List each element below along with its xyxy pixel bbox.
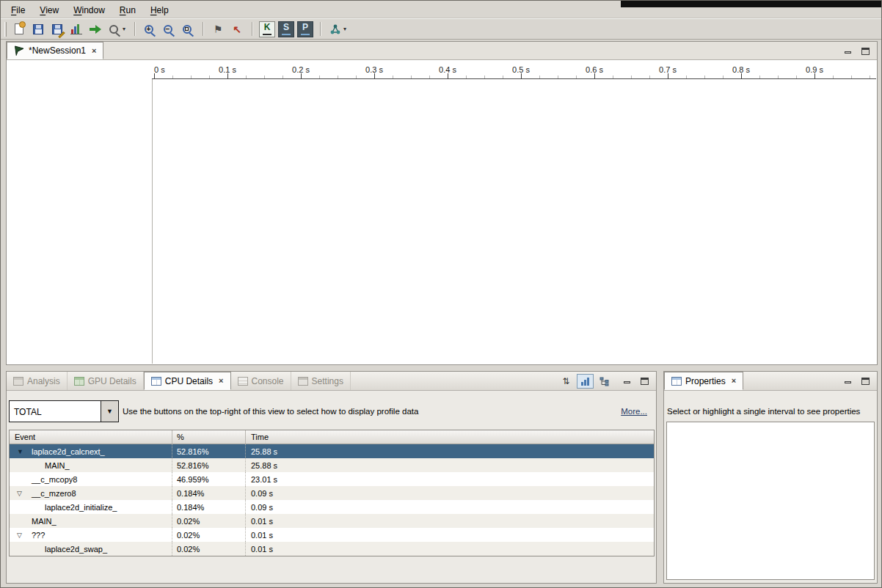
close-tab-icon[interactable]: × <box>219 377 223 385</box>
tab-session[interactable]: *NewSession1 × <box>7 42 103 59</box>
sort-order-button[interactable]: ⇅ <box>558 374 575 389</box>
table-row[interactable]: ▽???0.02%0.01 s <box>10 528 654 542</box>
menu-view[interactable]: View <box>32 4 66 17</box>
event-name: __c_mcopy8 <box>32 475 77 484</box>
maximize-details-button[interactable] <box>638 375 650 386</box>
flat-chart-icon <box>580 377 591 386</box>
event-cell: MAIN_ <box>10 458 172 472</box>
table-row[interactable]: ▽__c_mzero80.184%0.09 s <box>10 486 654 500</box>
chevron-down-icon[interactable]: ▾ <box>123 26 125 32</box>
tree-expander-icon[interactable]: ▽ <box>17 490 22 496</box>
minimize-properties-button[interactable] <box>842 375 853 386</box>
zoom-fit-button[interactable] <box>179 21 197 38</box>
percent-cell: 0.02% <box>172 542 246 556</box>
details-view: AnalysisGPU DetailsCPU Details×ConsoleSe… <box>6 371 657 584</box>
ruler-tick-mark <box>814 73 815 78</box>
minimize-details-button[interactable] <box>621 375 633 386</box>
ruler-tick-mark <box>521 73 522 78</box>
kernel-toggle-button[interactable]: K <box>259 21 275 37</box>
properties-view: Properties × Select or highlight a singl… <box>663 371 878 584</box>
tab-console[interactable]: Console <box>231 372 291 390</box>
chevron-down-icon[interactable]: ▾ <box>343 26 346 32</box>
table-header: Event%Time <box>10 430 654 444</box>
percent-cell: 0.184% <box>172 486 246 500</box>
source-toggle-button[interactable]: S <box>278 21 294 37</box>
profile-chart-button[interactable] <box>68 21 85 38</box>
tab-gpu-details[interactable]: GPU Details <box>68 372 144 390</box>
event-cell: __c_mcopy8 <box>10 472 172 486</box>
table-row[interactable]: __c_mcopy846.959%23.01 s <box>10 472 654 486</box>
time-cell: 0.01 s <box>246 542 654 556</box>
maximize-icon <box>861 48 870 55</box>
zoom-fit-icon <box>183 25 192 34</box>
close-properties-tab-icon[interactable]: × <box>732 377 736 385</box>
percent-cell: 52.816% <box>172 458 246 472</box>
zoom-in-button[interactable]: + <box>141 21 158 38</box>
menu-help[interactable]: Help <box>143 4 176 17</box>
new-session-button[interactable] <box>10 21 28 38</box>
event-name: laplace2d_initialize_ <box>45 503 117 512</box>
analysis-tab-icon <box>13 377 23 386</box>
titlebar-dark-strip <box>621 1 881 7</box>
display-mode-select[interactable]: TOTAL ▼ <box>9 400 119 422</box>
column-header-event[interactable]: Event <box>10 430 172 444</box>
tab-label: GPU Details <box>88 376 136 386</box>
bar-chart-icon <box>70 24 82 34</box>
tab-properties[interactable]: Properties × <box>664 372 743 390</box>
minimize-icon <box>845 381 851 383</box>
profile-letter-icon: P <box>301 23 310 34</box>
export-profile-button[interactable] <box>87 21 105 38</box>
dropdown-icon: ▼ <box>106 408 113 415</box>
console-tab-icon <box>238 377 248 386</box>
time-cell: 0.09 s <box>246 500 654 514</box>
more-link[interactable]: More... <box>621 407 647 416</box>
tab-settings[interactable]: Settings <box>291 372 351 390</box>
event-name: laplace2d_calcnext_ <box>32 447 105 456</box>
zoom-out-button[interactable]: − <box>160 21 178 38</box>
save-button[interactable] <box>29 21 47 38</box>
close-session-tab-icon[interactable]: × <box>92 47 96 55</box>
flat-profile-view-button[interactable] <box>577 374 594 389</box>
column-header-time[interactable]: Time <box>246 430 654 444</box>
maximize-editor-button[interactable] <box>859 45 871 56</box>
ruler-tick-mark <box>668 73 668 78</box>
session-tab-label: *NewSession1 <box>29 45 86 56</box>
magnifier-icon <box>109 25 118 34</box>
call-tree-view-button[interactable] <box>596 374 613 389</box>
combo-dropdown-button[interactable]: ▼ <box>101 401 118 422</box>
event-name: ??? <box>32 531 45 540</box>
tree-expander-icon[interactable]: ▽ <box>17 532 22 538</box>
previous-marker-button[interactable]: ↖ <box>228 21 246 38</box>
save-as-button[interactable] <box>48 21 66 38</box>
tab-analysis[interactable]: Analysis <box>7 372 68 390</box>
analysis-button[interactable]: ▾ <box>327 21 349 38</box>
table-row[interactable]: laplace2d_swap_0.02%0.01 s <box>10 542 654 556</box>
percent-cell: 0.184% <box>172 500 246 514</box>
table-row[interactable]: ▼laplace2d_calcnext_52.816%25.88 s <box>10 444 654 458</box>
maximize-properties-button[interactable] <box>859 375 871 386</box>
menu-run[interactable]: Run <box>112 4 143 17</box>
tree-expander-icon[interactable]: ▼ <box>17 448 23 455</box>
menu-file[interactable]: File <box>4 4 32 17</box>
export-arrow-icon <box>90 25 102 34</box>
events-table: Event%Time ▼laplace2d_calcnext_52.816%25… <box>9 430 655 556</box>
table-row[interactable]: MAIN_0.02%0.01 s <box>10 514 654 528</box>
minimize-editor-button[interactable] <box>842 45 853 56</box>
display-hint-text: Use the buttons on the top-right of this… <box>123 407 418 416</box>
percent-cell: 46.959% <box>172 472 246 486</box>
event-cell: ▼laplace2d_calcnext_ <box>10 444 172 458</box>
back-arrow-icon: ↖ <box>233 24 241 34</box>
save-as-icon <box>52 24 62 34</box>
search-tools-button[interactable]: ▾ <box>106 21 128 38</box>
table-row[interactable]: laplace2d_initialize_0.184%0.09 s <box>10 500 654 514</box>
toolbar-handle[interactable] <box>4 22 7 37</box>
cpu-details-content: TOTAL ▼ Use the buttons on the top-right… <box>7 391 656 583</box>
column-header-percent[interactable]: % <box>172 430 246 444</box>
tab-cpu-details[interactable]: CPU Details× <box>144 372 231 390</box>
menu-window[interactable]: Window <box>66 4 112 17</box>
next-marker-button[interactable]: ⚑ <box>209 21 227 38</box>
source-letter-icon: S <box>282 23 291 34</box>
table-row[interactable]: MAIN_52.816%25.88 s <box>10 458 654 472</box>
profile-toggle-button[interactable]: P <box>297 21 313 37</box>
timeline-canvas[interactable] <box>153 79 876 364</box>
